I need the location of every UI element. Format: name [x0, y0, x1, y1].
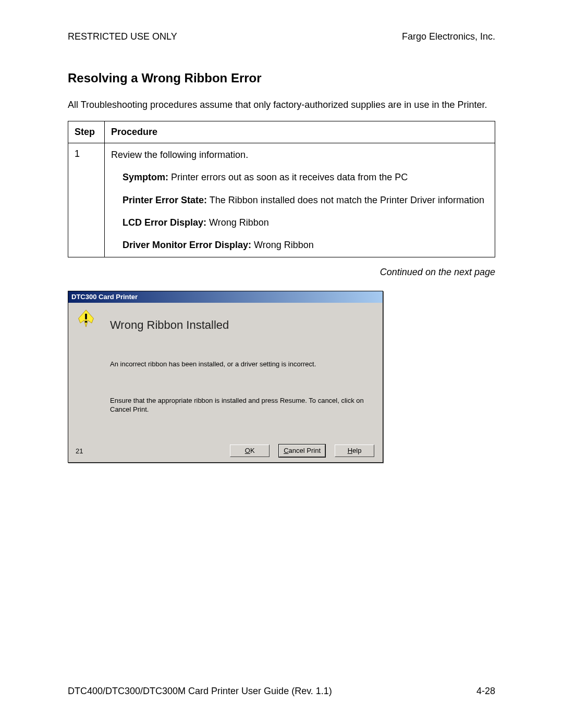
symptom-label: Symptom:	[123, 172, 168, 182]
col-procedure: Procedure	[105, 121, 495, 143]
dialog-heading: Wrong Ribbon Installed	[110, 318, 229, 332]
cancel-rest: ancel Print	[289, 447, 321, 454]
col-step: Step	[68, 121, 105, 143]
symptom-line: Symptom: Printer errors out as soon as i…	[111, 171, 488, 184]
procedure-cell: Review the following information. Sympto…	[105, 143, 495, 257]
dialog-count: 21	[76, 447, 83, 455]
dialog-button-row: OK Cancel Print Help	[230, 445, 374, 457]
header-left: RESTRICTED USE ONLY	[68, 31, 177, 42]
driver-monitor-label: Driver Monitor Error Display:	[123, 240, 251, 250]
cancel-mnemonic: C	[284, 447, 288, 454]
symptom-text: Printer errors out as soon as it receive…	[168, 172, 408, 182]
footer-right: 4-28	[476, 686, 495, 697]
error-state-text: The Ribbon installed does not match the …	[207, 195, 484, 205]
help-mnemonic: H	[348, 447, 352, 454]
page-footer: DTC400/DTC300/DTC300M Card Printer User …	[68, 686, 495, 697]
lcd-label: LCD Error Display:	[123, 217, 206, 228]
table-header-row: Step Procedure	[68, 121, 495, 143]
dialog-titlebar: DTC300 Card Printer	[68, 291, 383, 303]
ok-mnemonic: O	[245, 447, 250, 454]
driver-monitor-text: Wrong Ribbon	[251, 240, 314, 250]
svg-rect-1	[85, 314, 87, 319]
ok-rest: K	[250, 447, 255, 454]
ok-button[interactable]: OK	[230, 445, 270, 457]
lcd-line: LCD Error Display: Wrong Ribbon	[111, 216, 488, 229]
help-button[interactable]: Help	[335, 445, 374, 457]
header-right: Fargo Electronics, Inc.	[402, 31, 495, 42]
cancel-print-button[interactable]: Cancel Print	[279, 445, 325, 457]
procedure-table: Step Procedure 1 Review the following in…	[68, 121, 495, 257]
error-state-label: Printer Error State:	[123, 195, 207, 205]
dialog-body: Wrong Ribbon Installed An incorrect ribb…	[68, 303, 383, 462]
warning-icon	[77, 309, 95, 328]
document-page: RESTRICTED USE ONLY Fargo Electronics, I…	[0, 0, 563, 278]
page-header: RESTRICTED USE ONLY Fargo Electronics, I…	[68, 31, 495, 42]
dialog-message-1: An incorrect ribbon has been installed, …	[110, 360, 316, 368]
driver-monitor-line: Driver Monitor Error Display: Wrong Ribb…	[111, 239, 488, 252]
continued-note: Continued on the next page	[68, 267, 495, 278]
error-dialog: DTC300 Card Printer Wrong Ribbon Install…	[68, 291, 383, 463]
table-row: 1 Review the following information. Symp…	[68, 143, 495, 257]
help-rest: elp	[352, 447, 361, 454]
dialog-message-2: Ensure that the appropriate ribbon is in…	[110, 397, 372, 414]
lcd-text: Wrong Ribbon	[206, 217, 269, 228]
svg-rect-2	[85, 321, 87, 323]
footer-left: DTC400/DTC300/DTC300M Card Printer User …	[68, 686, 332, 697]
procedure-line: Review the following information.	[111, 149, 488, 162]
intro-paragraph: All Troubleshooting procedures assume th…	[68, 98, 495, 112]
step-number: 1	[68, 143, 105, 257]
error-state-line: Printer Error State: The Ribbon installe…	[111, 194, 488, 207]
page-title: Resolving a Wrong Ribbon Error	[68, 71, 495, 85]
